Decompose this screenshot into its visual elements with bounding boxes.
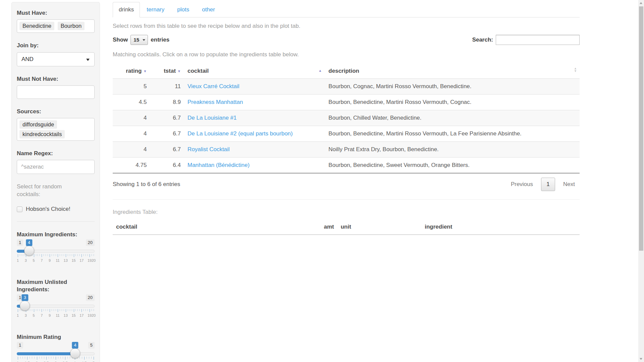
column-header-rating[interactable]: rating▼: [113, 64, 150, 79]
slider-tick: [49, 357, 49, 359]
vertical-scrollbar[interactable]: [638, 0, 644, 362]
cocktails-table: rating▼ tstat▼ cocktail ▲ description ▲ …: [113, 64, 580, 173]
slider-tick-label: 1: [17, 313, 19, 317]
scroll-up-icon[interactable]: [640, 2, 642, 4]
cocktail-link[interactable]: Royalist Cocktail: [187, 146, 230, 153]
slider-tick: [62, 254, 62, 256]
slider-tick: [36, 309, 36, 311]
slider-tick: [56, 309, 56, 311]
ingredients-table: cocktail amt unit ingredient: [113, 220, 580, 235]
cocktail-link[interactable]: Manhattan (Bénédictine): [187, 162, 250, 168]
slider-tick-label: 19: [88, 258, 92, 262]
table-footer: Showing 1 to 6 of 6 entries Previous 1 N…: [113, 178, 580, 191]
table-row[interactable]: 5 11 Vieux Carré Cocktail Bourbon, Cogna…: [113, 78, 580, 94]
must-not-have-input[interactable]: [17, 85, 95, 99]
max-unlisted-group: Maximum Unlisted Ingredients: 1203135791…: [17, 279, 95, 324]
slider-tick-label: 3: [25, 258, 27, 262]
ing-column-header-ingredient[interactable]: ingredient: [421, 220, 580, 235]
cocktail-link[interactable]: Vieux Carré Cocktail: [187, 83, 239, 89]
ingredients-header-row: cocktail amt unit ingredient: [113, 220, 580, 235]
cocktail-link[interactable]: Preakness Manhattan: [187, 99, 243, 105]
must-not-have-group: Must Not Have:: [17, 75, 95, 99]
search-label: Search:: [472, 37, 493, 43]
table-row[interactable]: 4 6.7 Royalist Cocktail Noilly Prat Extr…: [113, 141, 580, 157]
column-header-cocktail[interactable]: cocktail ▲: [184, 64, 325, 79]
table-row[interactable]: 4.75 6.4 Manhattan (Bénédictine) Bourbon…: [113, 157, 580, 173]
rating-cell: 4: [113, 110, 150, 126]
sources-tag[interactable]: diffordsguide: [19, 120, 57, 129]
current-page-button[interactable]: 1: [541, 178, 555, 191]
page-length-select[interactable]: 15: [130, 35, 148, 45]
slider-tick: [87, 357, 87, 359]
caret-down-icon: [86, 59, 90, 61]
table-info: Showing 1 to 6 of 6 entries: [113, 181, 180, 188]
sources-tag[interactable]: kindredcocktails: [19, 130, 65, 138]
slider-tick: [54, 309, 54, 311]
scroll-down-icon[interactable]: [640, 358, 642, 360]
slider-handle[interactable]: [20, 301, 30, 311]
description-cell: Bourbon, Benedictine, Martini Rosso Verm…: [325, 126, 580, 141]
hobsons-choice-checkbox[interactable]: [17, 206, 22, 212]
max-unlisted-label: Maximum Unlisted Ingredients:: [17, 279, 77, 293]
tab-ternary[interactable]: ternary: [141, 2, 170, 17]
slider-tick: [20, 357, 20, 359]
slider-tick: [51, 357, 51, 359]
slider-tick: [44, 357, 44, 359]
ing-column-header-amt[interactable]: amt: [320, 220, 337, 235]
table-row[interactable]: 4.5 8.9 Preakness Manhattan Bourbon, Ben…: [113, 94, 580, 110]
ing-column-header-cocktail[interactable]: cocktail: [113, 220, 320, 235]
table-row[interactable]: 4 6.7 De La Louisiane #1 Bourbon, Chille…: [113, 110, 580, 126]
slider-tick: [74, 254, 74, 257]
slider-tick: [60, 357, 61, 359]
slider-tick: [79, 357, 80, 359]
rating-cell: 4: [113, 141, 150, 157]
page-length-value: 15: [133, 37, 139, 43]
cocktails-header-row: rating▼ tstat▼ cocktail ▲ description ▲ …: [113, 64, 580, 79]
slider-tick: [37, 357, 37, 360]
slider-tick: [82, 254, 82, 257]
must-have-label: Must Have:: [17, 9, 95, 16]
rating-cell: 4.5: [113, 94, 150, 110]
must-have-input[interactable]: Benedictine Bourbon: [17, 19, 95, 33]
column-header-tstat[interactable]: tstat▼: [150, 64, 184, 79]
slider-tick: [79, 309, 80, 311]
hobsons-choice-row: Hobson's Choice!: [17, 206, 95, 213]
cocktail-link[interactable]: De La Louisiane #1: [187, 115, 237, 121]
slider-tick: [68, 309, 68, 311]
join-by-select[interactable]: AND: [17, 52, 95, 66]
must-have-tag[interactable]: Bourbon: [58, 22, 85, 30]
slider-tick-label: 1: [17, 258, 19, 262]
tstat-cell: 8.9: [150, 94, 184, 110]
tstat-cell: 6.7: [150, 126, 184, 141]
cocktail-link[interactable]: De La Louisiane #2 (equal parts bourbon): [187, 130, 293, 137]
must-have-tag[interactable]: Benedictine: [19, 22, 54, 30]
column-header-description[interactable]: description ▲ ▼: [325, 64, 580, 79]
join-by-value: AND: [21, 56, 34, 63]
caret-down-icon: [143, 39, 145, 41]
next-page-button[interactable]: Next: [558, 178, 580, 190]
sort-desc-icon: ▼: [177, 69, 181, 73]
search-input[interactable]: [496, 35, 580, 45]
name-regex-input[interactable]: [17, 160, 95, 174]
slider-tick-label: 20: [92, 313, 96, 317]
tab-other[interactable]: other: [196, 2, 221, 17]
slider-tick: [75, 254, 76, 256]
ing-column-header-unit[interactable]: unit: [337, 220, 422, 235]
sort-desc-glyph: ▼: [574, 70, 577, 73]
slider-tick: [68, 254, 68, 256]
slider-tick: [94, 254, 94, 256]
slider-tick: [34, 357, 35, 359]
slider-handle[interactable]: [70, 348, 80, 358]
slider-tick: [54, 254, 54, 256]
table-row[interactable]: 4 6.7 De La Louisiane #2 (equal parts bo…: [113, 126, 580, 141]
tstat-cell: 6.7: [150, 110, 184, 126]
sources-input[interactable]: diffordsguide kindredcocktails: [17, 118, 95, 141]
slider-tick: [94, 357, 94, 360]
tab-plots[interactable]: plots: [171, 2, 195, 17]
previous-page-button[interactable]: Previous: [506, 178, 538, 190]
tab-drinks[interactable]: drinks: [113, 2, 140, 17]
scrollbar-thumb[interactable]: [639, 6, 643, 251]
slider-tick: [38, 254, 38, 256]
slider-handle[interactable]: [24, 246, 34, 256]
slider-tick: [92, 254, 92, 256]
